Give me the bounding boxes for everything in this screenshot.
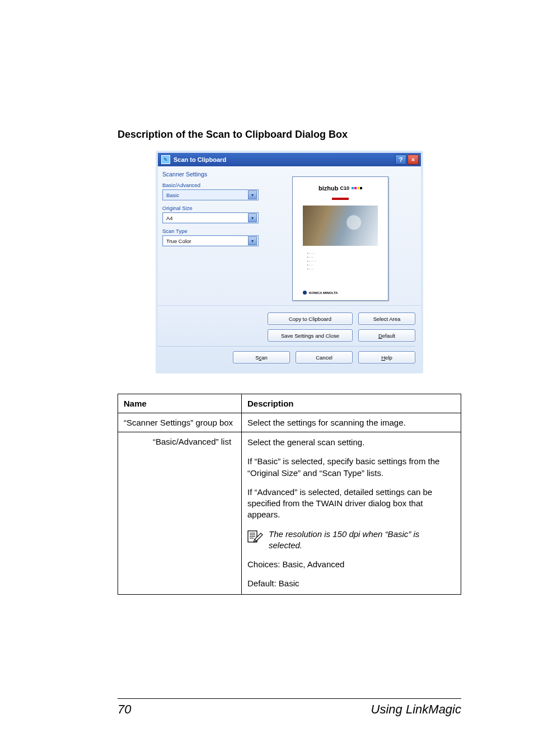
save-settings-and-close-button[interactable]: Save Settings and Close bbox=[268, 329, 353, 342]
footer-rule bbox=[118, 698, 461, 699]
preview-footer-brand: KONICA MINOLTA bbox=[303, 291, 338, 295]
row-indent-cell bbox=[118, 432, 148, 595]
scanner-settings-group-label: Scanner Settings bbox=[162, 171, 259, 178]
scan-post: an bbox=[261, 354, 268, 361]
scan-to-clipboard-dialog: ✎ Scan to Clipboard ? × Scanner Settings… bbox=[156, 151, 423, 374]
scan-type-select[interactable]: True Color ▾ bbox=[162, 235, 259, 246]
row-basic-name: “Basic/Advanced” list bbox=[147, 432, 242, 595]
note-icon bbox=[247, 530, 263, 543]
basic-advanced-label: Basic/Advanced bbox=[162, 182, 259, 188]
chevron-down-icon: ▾ bbox=[248, 190, 257, 199]
preview-bullet-list: ···· ··· ·· ···· ···· ·· ··· ·· ··· ····… bbox=[307, 251, 388, 271]
select-area-button[interactable]: Select Area bbox=[358, 312, 415, 325]
description-table: Name Description “Scanner Settings” grou… bbox=[118, 394, 461, 595]
copy-to-clipboard-button[interactable]: Copy to Clipboard bbox=[268, 312, 353, 325]
svg-marker-5 bbox=[255, 533, 263, 541]
table-row: “Scanner Settings” group box Select the … bbox=[118, 413, 461, 432]
help-rest: elp bbox=[385, 354, 392, 361]
row-basic-note: The resolution is 150 dpi when “Basic” i… bbox=[269, 529, 455, 552]
basic-advanced-select[interactable]: Basic ▾ bbox=[162, 189, 259, 200]
original-size-label: Original Size bbox=[162, 205, 259, 211]
footer-section-title: Using LinkMagic bbox=[371, 702, 461, 717]
row-basic-p3: If “Advanced” is selected, detailed sett… bbox=[247, 487, 455, 521]
chevron-down-icon: ▾ bbox=[248, 213, 257, 222]
cmyk-dots-icon bbox=[352, 187, 362, 189]
row-basic-p4: Choices: Basic, Advanced bbox=[247, 559, 455, 570]
brand-circle-icon bbox=[303, 291, 307, 295]
chevron-down-icon: ▾ bbox=[248, 236, 257, 245]
scan-type-label: Scan Type bbox=[162, 228, 259, 234]
row-group-desc: Select the settings for scanning the ima… bbox=[242, 413, 461, 432]
original-size-value: A4 bbox=[166, 215, 173, 221]
row-basic-p2: If “Basic” is selected, specify basic se… bbox=[247, 456, 455, 479]
row-basic-p5: Default: Basic bbox=[247, 578, 455, 589]
preview-sheet: bizhub C10 ··· ·· ····· ·· ·· ·· ···· ··… bbox=[292, 176, 388, 301]
row-basic-desc: Select the general scan setting. If “Bas… bbox=[242, 432, 461, 595]
default-mnemonic: D bbox=[378, 333, 382, 339]
basic-advanced-value: Basic bbox=[166, 192, 179, 198]
default-button[interactable]: Default bbox=[358, 329, 415, 342]
row-group-name: “Scanner Settings” group box bbox=[118, 413, 242, 432]
original-size-select[interactable]: A4 ▾ bbox=[162, 212, 259, 223]
cancel-button[interactable]: Cancel bbox=[296, 351, 353, 363]
dialog-title: Scan to Clipboard bbox=[174, 156, 226, 163]
table-header-row: Name Description bbox=[118, 394, 461, 413]
default-rest: efault bbox=[382, 333, 395, 339]
footer-page-number: 70 bbox=[118, 702, 131, 717]
help-mnemonic: H bbox=[381, 354, 385, 361]
preview-footer-brand-text: KONICA MINOLTA bbox=[309, 291, 338, 295]
preview-red-bar bbox=[332, 198, 349, 200]
preview-photo bbox=[303, 206, 378, 246]
preview-panel: bizhub C10 ··· ·· ····· ·· ·· ·· ···· ··… bbox=[264, 171, 416, 301]
preview-tiny-subtitle: ··· ·· ····· ·· ·· ·· bbox=[293, 193, 388, 195]
header-name: Name bbox=[118, 394, 242, 413]
dialog-button-area: Copy to Clipboard Select Area Save Setti… bbox=[158, 305, 421, 371]
dialog-titlebar: ✎ Scan to Clipboard ? × bbox=[158, 153, 421, 166]
scan-button[interactable]: Scan bbox=[233, 351, 290, 363]
preview-brand-sub: C10 bbox=[340, 185, 349, 191]
titlebar-help-button[interactable]: ? bbox=[395, 155, 406, 165]
titlebar-close-button[interactable]: × bbox=[407, 155, 419, 165]
scanner-settings-panel: Scanner Settings Basic/Advanced Basic ▾ … bbox=[162, 171, 259, 301]
scan-type-value: True Color bbox=[166, 238, 191, 244]
preview-brand: bizhub C10 bbox=[293, 185, 388, 192]
page-footer: 70 Using LinkMagic bbox=[118, 698, 461, 717]
preview-brand-main: bizhub bbox=[318, 185, 338, 192]
header-description: Description bbox=[242, 394, 461, 413]
table-row: “Basic/Advanced” list Select the general… bbox=[118, 432, 461, 595]
section-heading: Description of the Scan to Clipboard Dia… bbox=[118, 129, 461, 141]
help-button[interactable]: Help bbox=[358, 351, 415, 363]
app-icon: ✎ bbox=[161, 155, 170, 164]
row-basic-p1: Select the general scan setting. bbox=[247, 437, 455, 448]
